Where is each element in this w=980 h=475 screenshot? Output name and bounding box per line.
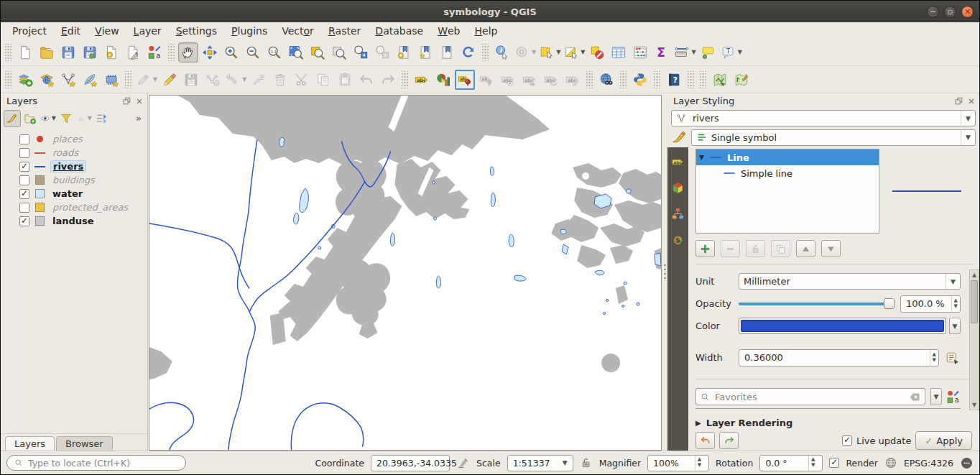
toggle-editing-button[interactable] <box>160 70 180 90</box>
style-manager-button[interactable]: a <box>144 42 165 63</box>
close-button[interactable]: ✕ <box>961 6 974 18</box>
open-style-manager-button[interactable]: a <box>946 389 961 405</box>
spin-arrows-icon[interactable]: ▲▼ <box>951 296 960 312</box>
new-shapefile-layer-button[interactable] <box>58 70 78 90</box>
layer-checkbox-buildings[interactable] <box>19 175 29 185</box>
highlight-pinned-labels-button[interactable]: ab <box>455 70 475 90</box>
zoom-out-button[interactable] <box>243 42 263 63</box>
color-button[interactable] <box>739 318 946 334</box>
cut-features-button[interactable] <box>292 70 312 90</box>
map-plugin-2-button[interactable] <box>731 70 752 90</box>
new-print-layout-button[interactable] <box>101 42 121 63</box>
duplicate-symbol-layer-button[interactable] <box>771 240 790 257</box>
filter-legend-button[interactable] <box>57 110 75 127</box>
layer-diagram-options-button[interactable] <box>433 70 453 90</box>
chevron-down-icon[interactable]: ▼ <box>581 49 585 55</box>
data-defined-override-button[interactable] <box>945 350 961 366</box>
undo-style-button[interactable] <box>695 432 715 449</box>
layer-row-places[interactable]: places <box>1 132 147 146</box>
width-spinbox[interactable]: 0.36000 ▲▼ <box>739 349 939 366</box>
refresh-button[interactable] <box>458 42 479 63</box>
layer-rendering-section[interactable]: ▶ Layer Rendering <box>695 418 974 428</box>
menu-database[interactable]: Database <box>368 23 430 38</box>
chevron-down-icon[interactable]: ▼ <box>242 76 246 83</box>
symbol-search-input[interactable]: Favorites <box>695 388 925 405</box>
layer-checkbox-water[interactable] <box>19 189 29 199</box>
open-project-button[interactable] <box>37 42 57 63</box>
save-layer-edits-button[interactable] <box>181 70 201 90</box>
select-features-button[interactable]: ▼ <box>538 42 561 63</box>
layer-labeling-options-button[interactable]: abc <box>412 70 432 90</box>
open-layer-styling-panel-button[interactable] <box>4 110 21 127</box>
layer-checkbox-roads[interactable] <box>19 148 29 158</box>
opacity-slider[interactable] <box>739 298 895 310</box>
show-hide-labels-button[interactable]: abc <box>498 70 518 90</box>
layer-row-roads[interactable]: roads <box>1 146 147 160</box>
copy-features-button[interactable] <box>313 70 333 90</box>
add-symbol-layer-button[interactable] <box>695 240 715 257</box>
symbol-layer-tree[interactable]: ▼ Line Simple line <box>695 149 879 234</box>
new-project-button[interactable] <box>15 42 35 63</box>
layers-panel-float-button[interactable] <box>121 96 132 106</box>
tab-labels[interactable]: abc <box>670 153 687 170</box>
show-spatial-bookmarks-button[interactable] <box>415 42 435 63</box>
minimize-button[interactable]: − <box>927 6 939 18</box>
new-spatialite-layer-button[interactable] <box>80 70 100 90</box>
menu-plugins[interactable]: Plugins <box>224 23 274 38</box>
measure-line-button[interactable]: ▼ <box>673 42 696 63</box>
redo-button[interactable] <box>378 70 398 90</box>
pan-map-button[interactable] <box>178 42 198 63</box>
layer-row-landuse[interactable]: landuse <box>1 214 147 228</box>
statistical-summary-button[interactable]: Σ <box>652 42 672 63</box>
redo-style-button[interactable] <box>719 432 739 449</box>
chevron-down-icon[interactable]: ▼ <box>153 76 157 83</box>
zoom-native-button[interactable]: 1:1 <box>264 42 285 63</box>
advanced-digitizing-button[interactable]: ▼ <box>224 70 247 90</box>
move-up-button[interactable] <box>796 240 815 257</box>
menu-view[interactable]: View <box>88 23 126 38</box>
opacity-spinbox[interactable]: 100.0 % ▲▼ <box>900 295 961 313</box>
zoom-to-layer-button[interactable] <box>329 42 349 63</box>
tab-3d-view[interactable] <box>670 179 687 196</box>
crs-globe-icon[interactable] <box>884 456 897 469</box>
undo-button[interactable] <box>356 70 376 90</box>
new-spatial-bookmark-button[interactable] <box>394 42 414 63</box>
multi-edit-attributes-button[interactable] <box>249 70 269 90</box>
show-bookmark-manager-button[interactable] <box>437 42 457 63</box>
mouse-position-toggle-icon[interactable] <box>456 456 470 470</box>
symbol-node-simple-line[interactable]: Simple line <box>696 165 879 181</box>
add-group-button[interactable] <box>22 110 39 127</box>
map-plugin-1-button[interactable] <box>710 70 730 90</box>
apply-button[interactable]: ✓ Apply <box>915 431 972 450</box>
maximize-button[interactable]: ▫ <box>944 6 956 18</box>
move-label-button[interactable]: abc <box>519 70 540 90</box>
layer-row-buildings[interactable]: buildings <box>1 173 147 187</box>
map-canvas[interactable] <box>149 95 662 451</box>
layers-panel-more-button[interactable]: » <box>136 113 144 124</box>
menu-vector[interactable]: Vector <box>274 23 321 38</box>
spin-arrows-icon[interactable]: ▲▼ <box>930 350 938 366</box>
zoom-in-button[interactable] <box>221 42 241 63</box>
vertex-tool-button[interactable] <box>203 70 223 90</box>
spin-arrows-icon[interactable]: ▲▼ <box>695 456 703 471</box>
scroll-down-icon[interactable]: ▼ <box>970 400 979 410</box>
rotation-spinbox[interactable]: 0.0 ° ▲▼ <box>759 455 823 471</box>
layer-row-protected_areas[interactable]: protected_areas <box>1 200 147 214</box>
pin-unpin-labels-button[interactable]: ab <box>476 70 496 90</box>
new-geopackage-layer-button[interactable] <box>37 70 57 90</box>
menu-help[interactable]: Help <box>468 23 505 38</box>
expand-collapse-all-button[interactable] <box>93 110 111 127</box>
select-features-by-value-button[interactable]: ▼ <box>563 42 586 63</box>
move-down-button[interactable] <box>821 240 841 257</box>
renderer-selector[interactable]: Single symbol ▼ <box>691 129 976 146</box>
save-project-as-button[interactable] <box>80 42 100 63</box>
chevron-down-icon[interactable]: ▼ <box>738 49 742 55</box>
deselect-features-button[interactable] <box>587 42 607 63</box>
manage-map-themes-button[interactable]: ▼ <box>40 110 57 127</box>
chevron-down-icon[interactable]: ▼ <box>556 49 560 55</box>
chevron-down-icon[interactable]: ▼ <box>691 49 695 55</box>
messages-button[interactable] <box>960 456 974 470</box>
layer-checkbox-places[interactable] <box>19 134 29 144</box>
map-tips-button[interactable] <box>698 42 718 63</box>
paste-features-button[interactable] <box>335 70 355 90</box>
